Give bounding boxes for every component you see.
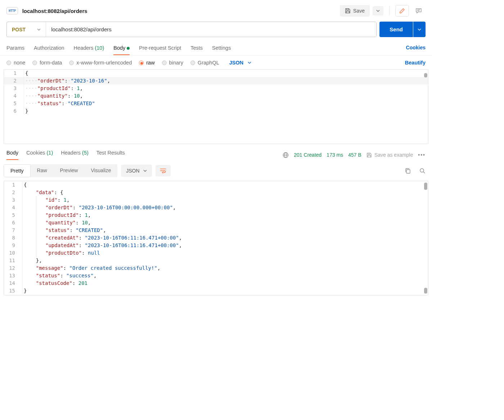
tab-tests[interactable]: Tests bbox=[190, 42, 203, 55]
http-method-select[interactable]: POST bbox=[7, 22, 46, 37]
response-toolbar: Pretty Raw Preview Visualize JSON bbox=[0, 160, 432, 181]
edit-button[interactable] bbox=[395, 5, 409, 17]
body-format-select[interactable]: JSON bbox=[229, 60, 252, 66]
body-modified-dot bbox=[127, 47, 130, 50]
chevron-down-icon bbox=[418, 28, 421, 31]
body-type-row: none form-data x-www-form-urlencoded raw… bbox=[0, 55, 432, 69]
response-size: 457 B bbox=[348, 152, 361, 158]
wrap-icon bbox=[160, 168, 166, 173]
tab-authorization[interactable]: Authorization bbox=[34, 42, 64, 55]
send-button[interactable]: Send bbox=[379, 22, 413, 37]
tab-prerequest[interactable]: Pre-request Script bbox=[139, 42, 181, 55]
scrollbar-thumb[interactable] bbox=[424, 73, 427, 77]
request-tabs: Params Authorization Headers (10) Body P… bbox=[0, 42, 432, 55]
body-type-graphql[interactable]: GraphQL bbox=[190, 60, 219, 66]
chevron-down-icon bbox=[143, 169, 147, 173]
wrap-lines-button[interactable] bbox=[156, 165, 171, 177]
chevron-down-icon bbox=[248, 61, 251, 64]
send-dropdown[interactable] bbox=[413, 22, 426, 37]
more-menu[interactable]: ••• bbox=[418, 152, 426, 158]
cookies-link[interactable]: Cookies bbox=[406, 45, 426, 53]
copy-button[interactable] bbox=[405, 168, 411, 174]
pencil-icon bbox=[399, 8, 405, 14]
url-row: POST Send bbox=[0, 22, 432, 42]
comment-button[interactable] bbox=[412, 5, 426, 17]
body-type-formdata[interactable]: form-data bbox=[32, 60, 62, 66]
tab-settings[interactable]: Settings bbox=[212, 42, 231, 55]
chevron-down-icon bbox=[37, 28, 41, 31]
resp-tab-headers[interactable]: Headers (5) bbox=[61, 150, 89, 160]
response-status: 201 Created bbox=[294, 152, 321, 158]
body-type-none[interactable]: none bbox=[6, 60, 25, 66]
response-body-editor[interactable]: 1{ 2 "data": { 3 "id": 1, 4 "orderDt": "… bbox=[4, 181, 428, 295]
comment-icon bbox=[415, 8, 422, 14]
chevron-down-icon bbox=[376, 9, 380, 13]
scrollbar-thumb[interactable] bbox=[424, 288, 427, 294]
view-pretty[interactable]: Pretty bbox=[4, 164, 31, 177]
tab-headers[interactable]: Headers (10) bbox=[74, 42, 104, 55]
divider bbox=[389, 6, 390, 15]
view-mode-toggle: Pretty Raw Preview Visualize bbox=[4, 164, 117, 177]
scrollbar-thumb[interactable] bbox=[424, 183, 427, 190]
response-format-select[interactable]: JSON bbox=[121, 165, 152, 177]
save-dropdown[interactable] bbox=[373, 6, 383, 15]
resp-tab-body[interactable]: Body bbox=[6, 150, 18, 160]
http-method-badge: HTTP bbox=[6, 7, 18, 14]
body-type-urlencoded[interactable]: x-www-form-urlencoded bbox=[69, 60, 132, 66]
save-button[interactable]: Save bbox=[340, 5, 370, 17]
response-header: Body Cookies (1) Headers (5) Test Result… bbox=[0, 144, 432, 160]
view-visualize[interactable]: Visualize bbox=[84, 164, 117, 177]
search-icon bbox=[419, 168, 426, 174]
resp-tab-testresults[interactable]: Test Results bbox=[96, 150, 125, 160]
request-body-editor[interactable]: 1{ 2····"orderDt":·"2023-10-16", 3····"p… bbox=[4, 69, 428, 144]
svg-point-4 bbox=[420, 169, 424, 172]
resp-tab-cookies[interactable]: Cookies (1) bbox=[26, 150, 53, 160]
view-preview[interactable]: Preview bbox=[54, 164, 85, 177]
save-icon bbox=[345, 8, 351, 14]
svg-line-5 bbox=[423, 172, 425, 173]
tab-header: HTTP localhost:8082/api/orders Save bbox=[0, 0, 432, 22]
globe-icon[interactable] bbox=[283, 152, 289, 158]
view-raw[interactable]: Raw bbox=[31, 164, 54, 177]
body-type-raw[interactable]: raw bbox=[139, 60, 154, 66]
tab-params[interactable]: Params bbox=[6, 42, 24, 55]
save-as-example[interactable]: Save as example bbox=[366, 152, 413, 158]
response-time: 173 ms bbox=[327, 152, 343, 158]
url-input[interactable] bbox=[46, 22, 376, 37]
copy-icon bbox=[405, 168, 411, 174]
beautify-link[interactable]: Beautify bbox=[405, 60, 426, 66]
tab-title: localhost:8082/api/orders bbox=[22, 8, 87, 14]
svg-rect-3 bbox=[406, 170, 410, 173]
body-type-binary[interactable]: binary bbox=[162, 60, 184, 66]
tab-body[interactable]: Body bbox=[113, 42, 130, 55]
search-button[interactable] bbox=[419, 168, 426, 174]
save-icon bbox=[366, 152, 372, 158]
